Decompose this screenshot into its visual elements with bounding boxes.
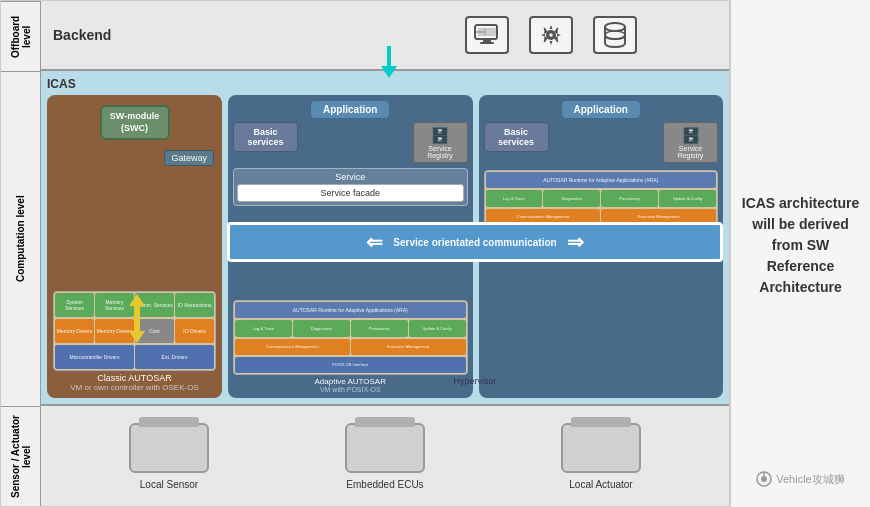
adaptive-sublabel-1: VM with POSIX-OS (233, 386, 468, 393)
sensor-row: Local Sensor Embedded ECUs Local Actuato… (41, 406, 729, 506)
local-sensor-box (129, 423, 209, 473)
vehicle-icon (756, 471, 772, 487)
svg-point-9 (605, 31, 625, 39)
sensor-label: Sensor / Actuator level (1, 406, 40, 506)
local-sensor-label: Local Sensor (140, 479, 198, 490)
adaptive-diagram-1: AUTOSAR Runtime for Adaptive Application… (233, 300, 468, 375)
icas-description: ICAS architecture will be derived from S… (741, 193, 860, 298)
sensor-item-actuator: Local Actuator (561, 423, 641, 490)
service-registry-label-2: Service Registry (668, 145, 713, 159)
backend-label: Backend (53, 27, 111, 43)
right-panel: ICAS architecture will be derived from S… (730, 0, 870, 507)
backend-icons (465, 16, 637, 54)
basic-services-box-2: Basic services (484, 122, 549, 152)
soc-label: Service orientated communication (393, 237, 556, 248)
service-label: Service (237, 172, 464, 182)
monitor-icon (465, 16, 509, 54)
offboard-label: Offboard level (1, 1, 40, 71)
app-box-2: Application (561, 100, 641, 119)
hypervisor-label: Hypervisor (453, 376, 496, 386)
classic-label: Classic AUTOSAR (53, 373, 216, 383)
sensor-item-local: Local Sensor (129, 423, 209, 490)
service-registry-box-2: 🗄️ Service Registry (663, 122, 718, 163)
gear-icon (529, 16, 573, 54)
embedded-ecu-box (345, 423, 425, 473)
service-area-1: Service Service facade (233, 168, 468, 206)
database-icon (593, 16, 637, 54)
service-registry-box-1: 🗄️ Service Registry (413, 122, 468, 163)
local-actuator-label: Local Actuator (569, 479, 632, 490)
svg-rect-5 (476, 31, 485, 33)
basic-services-box-1: Basic services (233, 122, 298, 152)
service-registry-label-1: Service Registry (418, 145, 463, 159)
computation-label: Computation level (1, 71, 40, 406)
watermark-text: Vehicle攻城狮 (776, 472, 844, 487)
svg-point-7 (548, 32, 554, 38)
classic-autosar-block: SW-module (SWC) Gateway (47, 95, 222, 398)
swc-box: SW-module (SWC) (100, 105, 170, 140)
swc-label: SW-module (SWC) (110, 111, 160, 134)
svg-point-11 (761, 476, 767, 482)
svg-point-8 (605, 23, 625, 31)
icas-label: ICAS (47, 77, 723, 91)
gateway-box: Gateway (164, 150, 214, 166)
computation-row: ICAS SW-module (SWC) G (41, 71, 729, 406)
service-facade-box: Service facade (237, 184, 464, 202)
svg-rect-2 (480, 42, 494, 44)
app-box-1: Application (310, 100, 390, 119)
local-actuator-box (561, 423, 641, 473)
classic-sublabel: VM or own controller with OSEK-OS (53, 383, 216, 392)
sensor-item-ecu: Embedded ECUs (345, 423, 425, 490)
watermark: Vehicle攻城狮 (756, 471, 844, 487)
embedded-ecu-label: Embedded ECUs (346, 479, 423, 490)
svg-rect-1 (483, 39, 491, 42)
